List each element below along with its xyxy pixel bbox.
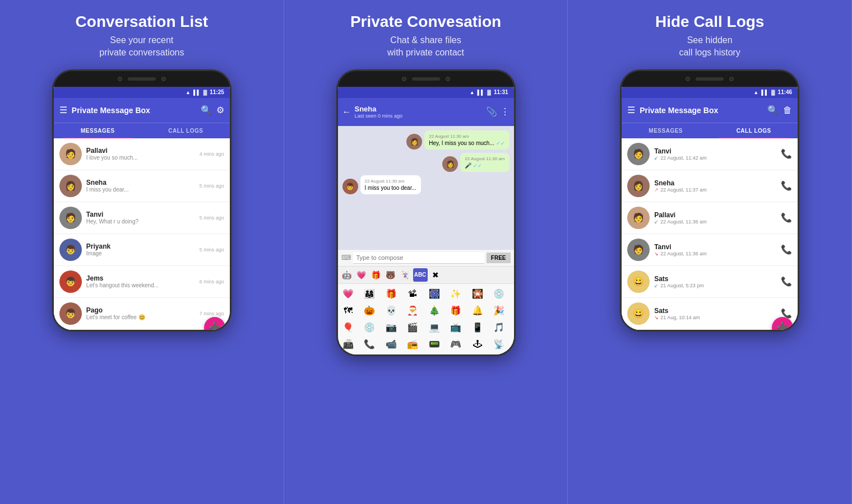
camera-2 [402,77,406,81]
tab-messages-1[interactable]: MESSAGES [54,123,142,138]
compose-input[interactable] [353,252,484,264]
emoji-cell[interactable]: 💀 [383,303,399,319]
call-name-pallavi: Pallavi [654,211,776,219]
call-item[interactable]: 😀 Sats ↘ 21 Aug, 10:14 am 📞 ➕ [622,298,798,330]
emoji-bar-bear[interactable]: 🐻 [384,268,397,282]
emoji-cell[interactable]: 🎅 [405,303,420,319]
emoji-cell[interactable]: 📹 [383,337,399,352]
call-name-tanvi2: Tanvi [654,243,776,251]
missed-arrow-icon-2: ↘ [654,315,659,320]
emoji-bar-text[interactable]: ABC [413,268,428,282]
emoji-cell[interactable]: 📻 [405,337,420,352]
emoji-cell[interactable]: 🕹 [470,337,485,352]
tab-calllogs-1[interactable]: CALL LOGS [142,123,230,138]
phone-top-bar-1 [54,71,230,87]
tab-messages-3[interactable]: MESSAGES [622,123,710,138]
emoji-cell[interactable]: 📷 [383,320,399,335]
call-name-sneha: Sneha [654,179,776,187]
emoji-cell[interactable]: 📺 [448,320,464,335]
emoji-cell[interactable]: 🎬 [405,320,420,335]
avatar-tanvi: 🧑 [59,207,82,229]
call-time-sats2: ↘ 21 Aug, 10:14 am [654,315,776,320]
emoji-cell[interactable]: 🎄 [427,303,442,319]
message-row-received-1: 👦 22 August 11:30 am I miss you too dear… [342,175,510,194]
phone-top-bar-2 [338,71,514,87]
emoji-bar-close[interactable]: ✖ [429,268,442,282]
list-item[interactable]: 👦 Jems Let's hangout this weekend... 6 m… [54,266,230,298]
emoji-cell[interactable]: 📞 [362,337,377,352]
attach-icon[interactable]: 📎 [486,106,497,117]
emoji-cell[interactable]: 💿 [491,286,507,302]
emoji-cell[interactable]: 🎁 [383,286,399,302]
camera-1b [161,77,166,81]
message-text-2: 🎤 [465,162,471,169]
emoji-bar-robot[interactable]: 🤖 [340,268,354,282]
battery-icon: ▓ [203,90,207,95]
tab-calllogs-3[interactable]: CALL LOGS [710,123,798,138]
call-item[interactable]: 😀 Sats ↙ 21 August, 5:23 pm 📞 [622,266,798,298]
conversation-list: 🧑 Pallavi I love you so much... 4 mins a… [54,138,230,330]
emoji-cell[interactable]: 🔔 [470,303,485,319]
app-bar-1: ☰ Private Message Box 🔍 ⚙ [54,98,230,123]
conv-name-jems: Jems [86,274,195,282]
emoji-cell[interactable]: 🗺 [340,303,356,319]
phone-icon-5: 📞 [781,276,792,287]
message-time-2: 22 August 11:30 am [465,156,504,161]
emoji-bar-hearts[interactable]: 💗 [355,268,368,282]
call-item[interactable]: 🧑 Tanvi ↙ 22 August, 11:42 am 📞 [622,138,798,170]
list-item[interactable]: 👩 Sneha I miss you dear... 5 mins ago [54,170,230,202]
signal-icon-3: ▌▌ [761,90,768,95]
call-time-pallavi: ↙ 22 August, 11:36 am [654,219,776,225]
emoji-cell[interactable]: 📽 [405,286,420,302]
search-icon-3[interactable]: 🔍 [767,105,779,115]
wifi-icon-2: ▲ [470,90,475,95]
menu-icon-1[interactable]: ☰ [59,105,67,115]
menu-icon-3[interactable]: ☰ [627,105,635,115]
back-icon[interactable]: ← [342,107,351,117]
avatar-pallavi: 🧑 [59,143,82,165]
emoji-bar-cards[interactable]: 🃏 [399,268,412,282]
list-item[interactable]: 🧑 Tanvi Hey, What r u doing? 5 mins ago [54,202,230,234]
emoji-cell[interactable]: 🎵 [491,320,507,335]
battery-icon-3: ▓ [771,90,775,95]
free-button[interactable]: FREE [487,253,511,263]
emoji-cell[interactable]: 📡 [491,337,507,352]
call-time-sneha: ↗ 22 August, 11:37 am [654,187,776,193]
emoji-cell[interactable]: 💿 [362,320,377,335]
search-icon-1[interactable]: 🔍 [201,105,212,115]
emoji-bar-gift[interactable]: 🎁 [369,268,383,282]
phone-icon-1: 📞 [781,148,792,159]
emoji-cell[interactable]: 👨‍👩‍👧 [362,286,377,302]
list-item[interactable]: 👦 Pago Let's meet for coffee 😊 7 mins ag… [54,298,230,330]
call-item[interactable]: 🧑 Tanvi ↘ 22 August, 11:36 am 📞 [622,234,798,266]
emoji-cell[interactable]: 🎁 [448,303,464,319]
delete-icon-3[interactable]: 🗑 [783,105,792,115]
emoji-cell[interactable]: 🎃 [362,303,377,319]
emoji-cell[interactable]: 🎉 [491,303,507,319]
fab-add-contact-1[interactable]: ➕ [204,317,225,330]
call-item[interactable]: 🧑 Pallavi ↙ 22 August, 11:36 am 📞 [622,202,798,234]
more-icon[interactable]: ⋮ [501,106,510,117]
emoji-cell[interactable]: 🎈 [340,320,356,335]
avatar-pago: 👦 [59,302,82,325]
settings-icon-1[interactable]: ⚙ [216,105,224,115]
emoji-cell[interactable]: 🎮 [448,337,464,352]
emoji-cell[interactable]: 🎆 [427,286,442,302]
conv-preview-priyank: Image [86,250,195,256]
emoji-cell[interactable]: 📠 [340,337,356,352]
list-item[interactable]: 🧑 Pallavi I love you so much... 4 mins a… [54,138,230,170]
emoji-cell[interactable]: 🎇 [470,286,485,302]
call-item[interactable]: 👩 Sneha ↗ 22 August, 11:37 am 📞 [622,170,798,202]
emoji-cell[interactable]: 💗 [340,286,356,302]
emoji-cell[interactable]: ✨ [448,286,464,302]
emoji-cell[interactable]: 📱 [470,320,485,335]
emoji-cell[interactable]: 📟 [427,337,442,352]
wifi-icon-3: ▲ [753,90,758,95]
emoji-cell[interactable]: 💻 [427,320,442,335]
list-item[interactable]: 👦 Priyank Image 5 mins ago [54,234,230,266]
message-time-3: 22 August 11:30 am [365,179,416,184]
msg-avatar-2: 👩 [442,156,458,172]
chat-messages: 22 August 11:30 am Hey, I miss you so mu… [338,126,514,249]
chat-contact-info: Sneha Last seen 0 mins ago [355,105,483,119]
battery-icon-2: ▓ [487,90,491,95]
